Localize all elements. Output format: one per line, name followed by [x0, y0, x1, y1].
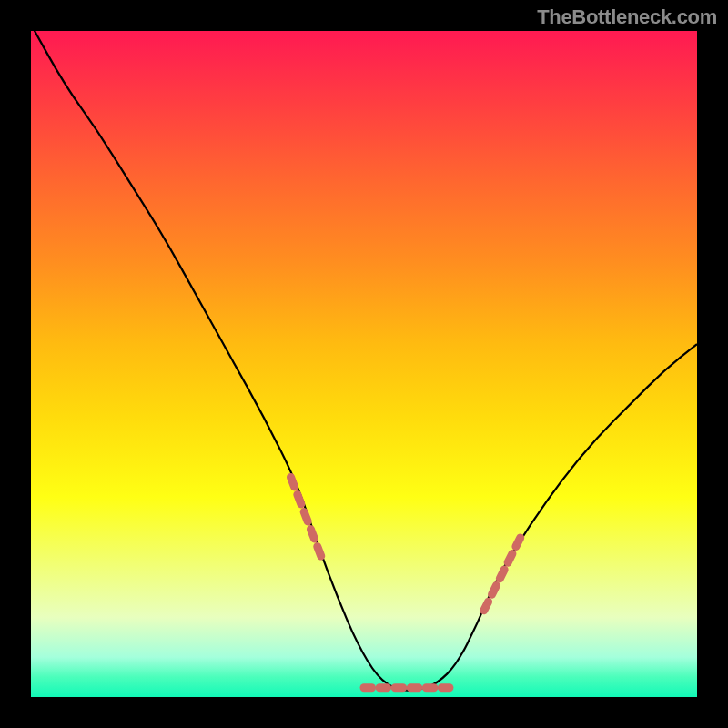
svg-line-6: [492, 586, 497, 595]
svg-line-2: [304, 512, 308, 521]
svg-line-0: [290, 477, 294, 486]
svg-line-3: [310, 530, 314, 539]
svg-line-1: [298, 494, 301, 503]
svg-line-5: [484, 602, 489, 611]
svg-line-4: [318, 547, 321, 556]
svg-line-8: [508, 553, 512, 562]
marker-layer: [290, 477, 520, 687]
curve-line: [31, 25, 697, 691]
chart-overlay: [31, 31, 697, 697]
watermark-text: TheBottleneck.com: [537, 5, 717, 29]
svg-line-9: [516, 538, 521, 547]
svg-line-7: [500, 570, 504, 579]
